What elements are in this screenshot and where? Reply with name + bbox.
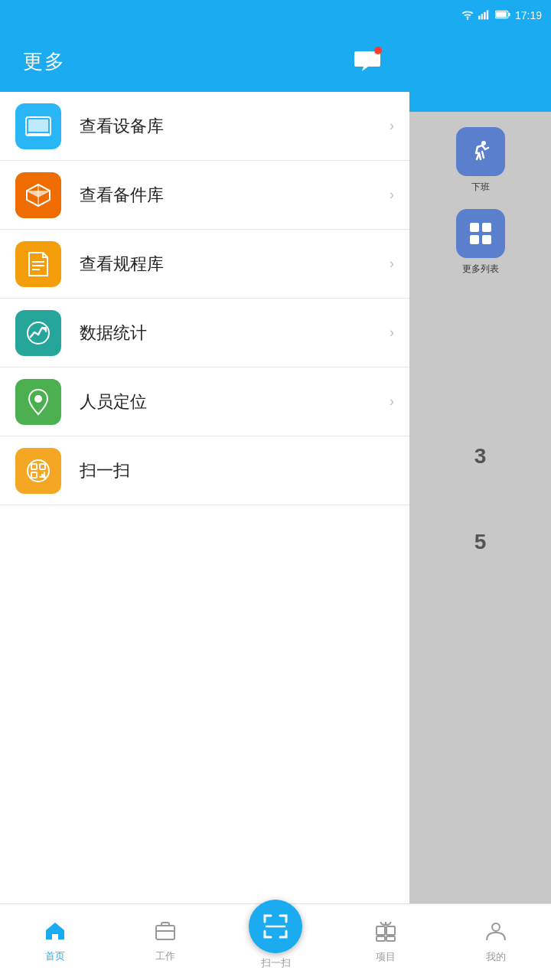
scan-nav-icon [262, 913, 289, 940]
bottom-nav: 首页 工作 扫一扫 [0, 903, 551, 980]
right-background-content: 下班 更多列表 3 5 [409, 112, 551, 980]
svg-rect-24 [31, 472, 37, 478]
svg-rect-7 [496, 11, 507, 17]
svg-point-21 [28, 460, 49, 482]
battery-icon [495, 10, 510, 21]
svg-rect-14 [28, 119, 48, 132]
nav-label-project: 项目 [376, 950, 396, 964]
data-stats-icon-wrap [15, 310, 61, 356]
right-app-icon-2 [456, 209, 505, 258]
menu-item-rules-library[interactable]: 查看规程库 › [0, 230, 409, 299]
svg-point-20 [34, 395, 42, 403]
chevron-icon-rules: › [390, 256, 394, 272]
menu-item-personnel-location[interactable]: 人员定位 › [0, 368, 409, 436]
chevron-icon-stats: › [390, 325, 394, 341]
work-nav-icon [155, 921, 176, 946]
svg-rect-28 [156, 926, 174, 939]
menu-list: 查看设备库 › 查看备件库 › [0, 92, 409, 980]
menu-label-data-stats: 数据统计 [80, 322, 390, 345]
status-bar: 17:19 [409, 0, 551, 31]
svg-rect-22 [31, 464, 37, 469]
svg-rect-32 [386, 926, 395, 935]
right-number-1: 3 5 [474, 444, 487, 554]
status-spacer [0, 0, 409, 31]
svg-rect-2 [481, 14, 483, 19]
svg-rect-1 [478, 15, 480, 19]
signal-icon [478, 9, 491, 22]
notification-dot [374, 47, 382, 54]
wifi-icon [461, 9, 474, 22]
menu-item-data-stats[interactable]: 数据统计 › [0, 299, 409, 368]
main-menu-panel: 更多 查看设备库 › [0, 0, 409, 980]
nav-item-mine[interactable]: 我的 [441, 904, 551, 980]
right-app-icon-1 [456, 127, 505, 176]
nav-item-home[interactable]: 首页 [0, 904, 110, 980]
device-library-icon-wrap [15, 103, 61, 149]
parts-icon [25, 183, 51, 207]
mine-nav-icon [485, 920, 507, 947]
chevron-icon-parts: › [390, 187, 394, 203]
device-icon [25, 115, 51, 138]
rules-icon [28, 251, 49, 277]
menu-label-parts-library: 查看备件库 [80, 184, 390, 207]
svg-point-35 [492, 923, 500, 931]
rules-library-icon-wrap [15, 241, 61, 287]
right-app-2: 更多列表 [446, 209, 515, 276]
right-app-label-2: 更多列表 [462, 263, 499, 276]
nav-label-work: 工作 [155, 949, 175, 963]
svg-rect-23 [40, 464, 45, 469]
svg-rect-6 [508, 12, 510, 16]
menu-label-scan: 扫一扫 [80, 459, 394, 482]
chat-button[interactable] [348, 42, 386, 80]
personnel-location-icon-wrap [15, 379, 61, 425]
svg-rect-10 [482, 223, 491, 232]
menu-label-rules-library: 查看规程库 [80, 253, 390, 276]
menu-item-parts-library[interactable]: 查看备件库 › [0, 161, 409, 230]
svg-rect-3 [484, 11, 485, 19]
scan-menu-icon [25, 458, 51, 484]
right-app-1: 下班 [446, 127, 515, 194]
header-title: 更多 [23, 48, 66, 75]
home-nav-icon [44, 921, 66, 946]
chevron-icon-device: › [390, 118, 394, 134]
nav-label-home: 首页 [45, 949, 65, 963]
svg-rect-4 [487, 10, 488, 19]
nav-item-project[interactable]: 项目 [331, 904, 441, 980]
location-icon [28, 388, 49, 416]
svg-rect-12 [482, 235, 491, 244]
status-time: 17:19 [515, 9, 542, 21]
nav-item-scan[interactable]: 扫一扫 [220, 915, 331, 970]
nav-item-work[interactable]: 工作 [110, 904, 220, 980]
header: 更多 [0, 31, 409, 92]
svg-point-0 [467, 18, 468, 20]
svg-rect-25 [41, 474, 44, 476]
scan-icon-wrap [15, 448, 61, 494]
parts-library-icon-wrap [15, 172, 61, 218]
scan-circle[interactable] [249, 900, 302, 953]
menu-label-device-library: 查看设备库 [80, 115, 390, 138]
svg-rect-15 [28, 133, 49, 136]
stats-icon [25, 320, 51, 346]
svg-rect-33 [377, 936, 385, 941]
svg-rect-34 [386, 936, 395, 941]
right-app-label-1: 下班 [471, 181, 490, 194]
nav-label-mine: 我的 [486, 950, 506, 964]
menu-label-personnel-location: 人员定位 [80, 390, 390, 413]
svg-rect-11 [470, 235, 479, 244]
chevron-icon-location: › [390, 394, 394, 410]
svg-rect-9 [470, 223, 479, 232]
svg-rect-31 [377, 926, 385, 935]
nav-label-scan: 扫一扫 [261, 956, 291, 970]
menu-item-scan[interactable]: 扫一扫 [0, 436, 409, 505]
menu-item-device-library[interactable]: 查看设备库 › [0, 92, 409, 161]
project-nav-icon [375, 920, 396, 947]
